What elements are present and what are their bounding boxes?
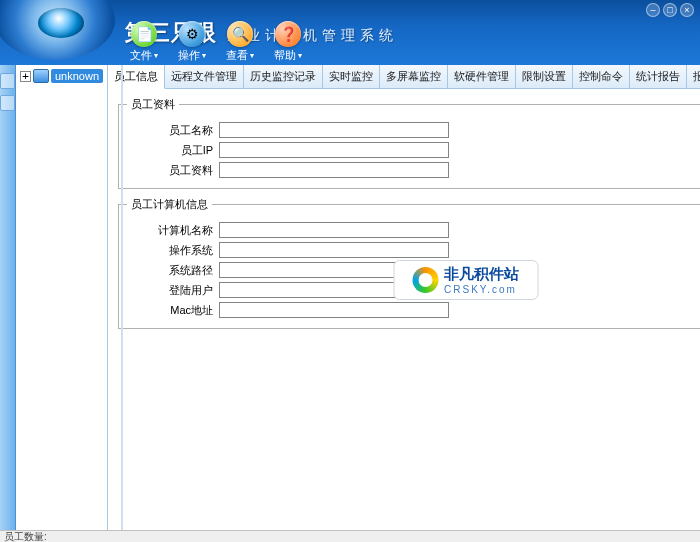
input-employee-data[interactable] <box>219 162 449 178</box>
minimize-button[interactable]: – <box>646 3 660 17</box>
fieldset-employee: 员工资料 员工名称 员工IP 员工资料 <box>118 97 700 189</box>
label-os: 操作系统 <box>127 243 219 258</box>
tree-expander[interactable]: + <box>20 71 31 82</box>
chevron-down-icon: ▾ <box>298 51 302 60</box>
tab-restrict[interactable]: 限制设置 <box>516 65 573 88</box>
tab-remote-file[interactable]: 远程文件管理 <box>165 65 244 88</box>
view-icon: 🔍 <box>227 21 253 47</box>
tab-stats[interactable]: 统计报告 <box>630 65 687 88</box>
tree-sidebar: + unknown <box>16 65 108 530</box>
toolbar-label: 帮助 <box>274 48 296 63</box>
input-mac[interactable] <box>219 302 449 318</box>
tab-history[interactable]: 历史监控记录 <box>244 65 323 88</box>
tab-hwsw[interactable]: 软硬件管理 <box>448 65 516 88</box>
toolbar-help-button[interactable]: ❓ 帮助 ▾ <box>274 21 302 65</box>
content-pane: 员工信息 远程文件管理 历史监控记录 实时监控 多屏幕监控 软硬件管理 限制设置… <box>108 65 700 530</box>
vertical-splitter[interactable] <box>121 65 123 530</box>
toolbar-action-button[interactable]: ⚙ 操作 ▾ <box>178 21 206 65</box>
label-computer-name: 计算机名称 <box>127 223 219 238</box>
logo-eye <box>0 0 125 65</box>
label-syspath: 系统路径 <box>127 263 219 278</box>
computer-group-icon <box>33 69 49 83</box>
close-button[interactable]: × <box>680 3 694 17</box>
content-tabbar: 员工信息 远程文件管理 历史监控记录 实时监控 多屏幕监控 软硬件管理 限制设置… <box>108 65 700 89</box>
input-computer-name[interactable] <box>219 222 449 238</box>
chevron-down-icon: ▾ <box>202 51 206 60</box>
toolbar-label: 文件 <box>130 48 152 63</box>
tab-employee-info[interactable]: 员工信息 <box>108 65 165 89</box>
chevron-down-icon: ▾ <box>154 51 158 60</box>
label-mac: Mac地址 <box>127 303 219 318</box>
toolbar-label: 操作 <box>178 48 200 63</box>
form-area: 员工资料 员工名称 员工IP 员工资料 员工计算机信息 计算机名称 <box>108 89 700 345</box>
file-icon: 📄 <box>131 21 157 47</box>
help-icon: ❓ <box>275 21 301 47</box>
app-header: 第三只眼 企业计算机管理系统 – □ × 📄 文件 ▾ ⚙ 操作 ▾ 🔍 查看 … <box>0 0 700 65</box>
watermark-badge: 非凡积件站 CRSKY.com <box>393 260 538 300</box>
maximize-button[interactable]: □ <box>663 3 677 17</box>
row-mac: Mac地址 <box>127 302 700 318</box>
left-strip-tab[interactable] <box>0 73 15 89</box>
label-login-user: 登陆用户 <box>127 283 219 298</box>
legend-employee: 员工资料 <box>127 97 179 112</box>
window-controls: – □ × <box>646 3 694 17</box>
left-tab-strip <box>0 65 16 530</box>
label-employee-ip: 员工IP <box>127 143 219 158</box>
tab-alarm-log[interactable]: 报警日志 <box>687 65 700 88</box>
workspace: + unknown 员工信息 远程文件管理 历史监控记录 实时监控 多屏幕监控 … <box>0 65 700 530</box>
tab-multiscreen[interactable]: 多屏幕监控 <box>380 65 448 88</box>
label-employee-name: 员工名称 <box>127 123 219 138</box>
row-computer-name: 计算机名称 <box>127 222 700 238</box>
label-employee-data: 员工资料 <box>127 163 219 178</box>
legend-computer: 员工计算机信息 <box>127 197 212 212</box>
left-strip-tab[interactable] <box>0 95 15 111</box>
tab-realtime[interactable]: 实时监控 <box>323 65 380 88</box>
tab-control-cmd[interactable]: 控制命令 <box>573 65 630 88</box>
row-employee-data: 员工资料 <box>127 162 700 178</box>
row-employee-ip: 员工IP <box>127 142 700 158</box>
crsky-logo-icon <box>412 267 438 293</box>
action-icon: ⚙ <box>179 21 205 47</box>
toolbar-view-button[interactable]: 🔍 查看 ▾ <box>226 21 254 65</box>
tree-root-row: + unknown <box>20 69 103 83</box>
chevron-down-icon: ▾ <box>250 51 254 60</box>
main-toolbar: 📄 文件 ▾ ⚙ 操作 ▾ 🔍 查看 ▾ ❓ 帮助 ▾ <box>130 25 302 65</box>
input-os[interactable] <box>219 242 449 258</box>
status-bar: 员工数量: <box>0 530 700 542</box>
tree-node-label[interactable]: unknown <box>51 69 103 83</box>
row-os: 操作系统 <box>127 242 700 258</box>
watermark-subtitle: CRSKY.com <box>444 284 519 295</box>
toolbar-label: 查看 <box>226 48 248 63</box>
toolbar-file-button[interactable]: 📄 文件 ▾ <box>130 21 158 65</box>
watermark-title: 非凡积件站 <box>444 265 519 284</box>
row-employee-name: 员工名称 <box>127 122 700 138</box>
input-employee-ip[interactable] <box>219 142 449 158</box>
input-employee-name[interactable] <box>219 122 449 138</box>
status-text: 员工数量: <box>4 531 47 542</box>
